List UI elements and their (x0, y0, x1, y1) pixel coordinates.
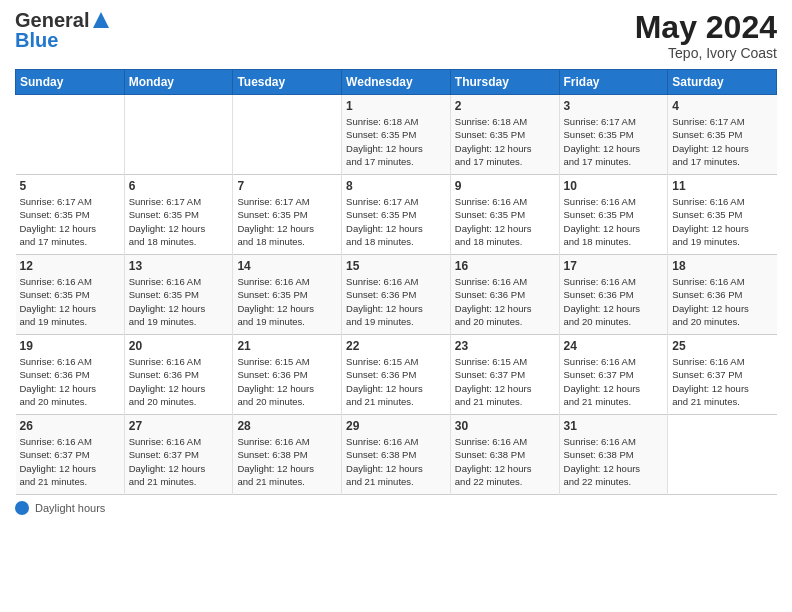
col-friday: Friday (559, 70, 668, 95)
day-number: 26 (20, 419, 120, 433)
calendar-cell: 6Sunrise: 6:17 AM Sunset: 6:35 PM Daylig… (124, 175, 233, 255)
calendar-cell: 5Sunrise: 6:17 AM Sunset: 6:35 PM Daylig… (16, 175, 125, 255)
day-info: Sunrise: 6:15 AM Sunset: 6:36 PM Dayligh… (346, 355, 446, 408)
day-info: Sunrise: 6:16 AM Sunset: 6:35 PM Dayligh… (129, 275, 229, 328)
day-info: Sunrise: 6:16 AM Sunset: 6:36 PM Dayligh… (20, 355, 120, 408)
day-info: Sunrise: 6:15 AM Sunset: 6:36 PM Dayligh… (237, 355, 337, 408)
calendar-cell (668, 415, 777, 495)
week-row-4: 19Sunrise: 6:16 AM Sunset: 6:36 PM Dayli… (16, 335, 777, 415)
day-number: 2 (455, 99, 555, 113)
day-number: 25 (672, 339, 772, 353)
day-number: 31 (564, 419, 664, 433)
day-info: Sunrise: 6:17 AM Sunset: 6:35 PM Dayligh… (672, 115, 772, 168)
day-info: Sunrise: 6:16 AM Sunset: 6:36 PM Dayligh… (672, 275, 772, 328)
calendar-cell: 1Sunrise: 6:18 AM Sunset: 6:35 PM Daylig… (342, 95, 451, 175)
calendar-cell: 14Sunrise: 6:16 AM Sunset: 6:35 PM Dayli… (233, 255, 342, 335)
day-number: 30 (455, 419, 555, 433)
logo-area: General Blue (15, 10, 111, 51)
col-monday: Monday (124, 70, 233, 95)
logo-icon (91, 10, 111, 30)
day-info: Sunrise: 6:16 AM Sunset: 6:35 PM Dayligh… (564, 195, 664, 248)
calendar-cell: 2Sunrise: 6:18 AM Sunset: 6:35 PM Daylig… (450, 95, 559, 175)
day-info: Sunrise: 6:15 AM Sunset: 6:37 PM Dayligh… (455, 355, 555, 408)
calendar-cell: 31Sunrise: 6:16 AM Sunset: 6:38 PM Dayli… (559, 415, 668, 495)
day-info: Sunrise: 6:16 AM Sunset: 6:35 PM Dayligh… (20, 275, 120, 328)
calendar-cell: 30Sunrise: 6:16 AM Sunset: 6:38 PM Dayli… (450, 415, 559, 495)
day-info: Sunrise: 6:16 AM Sunset: 6:37 PM Dayligh… (129, 435, 229, 488)
calendar-cell: 13Sunrise: 6:16 AM Sunset: 6:35 PM Dayli… (124, 255, 233, 335)
logo-blue-row: Blue (15, 30, 111, 51)
day-number: 10 (564, 179, 664, 193)
location-subtitle: Tepo, Ivory Coast (635, 45, 777, 61)
day-info: Sunrise: 6:16 AM Sunset: 6:38 PM Dayligh… (346, 435, 446, 488)
calendar-cell: 15Sunrise: 6:16 AM Sunset: 6:36 PM Dayli… (342, 255, 451, 335)
day-info: Sunrise: 6:16 AM Sunset: 6:36 PM Dayligh… (346, 275, 446, 328)
day-number: 23 (455, 339, 555, 353)
day-number: 28 (237, 419, 337, 433)
header: General Blue May 2024 Tepo, Ivory Coast (15, 10, 777, 61)
day-info: Sunrise: 6:17 AM Sunset: 6:35 PM Dayligh… (564, 115, 664, 168)
day-number: 20 (129, 339, 229, 353)
day-info: Sunrise: 6:17 AM Sunset: 6:35 PM Dayligh… (129, 195, 229, 248)
title-area: May 2024 Tepo, Ivory Coast (635, 10, 777, 61)
calendar-cell: 24Sunrise: 6:16 AM Sunset: 6:37 PM Dayli… (559, 335, 668, 415)
calendar-cell (233, 95, 342, 175)
day-number: 21 (237, 339, 337, 353)
calendar-cell: 8Sunrise: 6:17 AM Sunset: 6:35 PM Daylig… (342, 175, 451, 255)
day-number: 5 (20, 179, 120, 193)
calendar-cell: 3Sunrise: 6:17 AM Sunset: 6:35 PM Daylig… (559, 95, 668, 175)
header-row: Sunday Monday Tuesday Wednesday Thursday… (16, 70, 777, 95)
calendar-cell: 26Sunrise: 6:16 AM Sunset: 6:37 PM Dayli… (16, 415, 125, 495)
logo-row: General (15, 10, 111, 30)
calendar-cell: 18Sunrise: 6:16 AM Sunset: 6:36 PM Dayli… (668, 255, 777, 335)
day-number: 13 (129, 259, 229, 273)
calendar-cell: 4Sunrise: 6:17 AM Sunset: 6:35 PM Daylig… (668, 95, 777, 175)
day-number: 29 (346, 419, 446, 433)
week-row-5: 26Sunrise: 6:16 AM Sunset: 6:37 PM Dayli… (16, 415, 777, 495)
day-info: Sunrise: 6:17 AM Sunset: 6:35 PM Dayligh… (346, 195, 446, 248)
day-info: Sunrise: 6:16 AM Sunset: 6:36 PM Dayligh… (455, 275, 555, 328)
day-number: 7 (237, 179, 337, 193)
day-number: 16 (455, 259, 555, 273)
month-year-title: May 2024 (635, 10, 777, 45)
day-info: Sunrise: 6:17 AM Sunset: 6:35 PM Dayligh… (20, 195, 120, 248)
day-info: Sunrise: 6:16 AM Sunset: 6:38 PM Dayligh… (237, 435, 337, 488)
calendar-cell: 7Sunrise: 6:17 AM Sunset: 6:35 PM Daylig… (233, 175, 342, 255)
col-tuesday: Tuesday (233, 70, 342, 95)
svg-marker-0 (93, 12, 109, 28)
day-number: 1 (346, 99, 446, 113)
calendar-cell: 16Sunrise: 6:16 AM Sunset: 6:36 PM Dayli… (450, 255, 559, 335)
calendar-cell: 27Sunrise: 6:16 AM Sunset: 6:37 PM Dayli… (124, 415, 233, 495)
calendar-cell: 17Sunrise: 6:16 AM Sunset: 6:36 PM Dayli… (559, 255, 668, 335)
week-row-2: 5Sunrise: 6:17 AM Sunset: 6:35 PM Daylig… (16, 175, 777, 255)
footer-dot-icon (15, 501, 29, 515)
calendar-cell: 21Sunrise: 6:15 AM Sunset: 6:36 PM Dayli… (233, 335, 342, 415)
day-info: Sunrise: 6:16 AM Sunset: 6:38 PM Dayligh… (564, 435, 664, 488)
calendar-cell: 12Sunrise: 6:16 AM Sunset: 6:35 PM Dayli… (16, 255, 125, 335)
day-number: 6 (129, 179, 229, 193)
day-info: Sunrise: 6:16 AM Sunset: 6:37 PM Dayligh… (20, 435, 120, 488)
daylight-label: Daylight hours (35, 502, 105, 514)
day-number: 14 (237, 259, 337, 273)
calendar-cell (124, 95, 233, 175)
day-info: Sunrise: 6:16 AM Sunset: 6:35 PM Dayligh… (672, 195, 772, 248)
logo-general-text: General (15, 10, 89, 30)
day-info: Sunrise: 6:18 AM Sunset: 6:35 PM Dayligh… (455, 115, 555, 168)
calendar-table: Sunday Monday Tuesday Wednesday Thursday… (15, 69, 777, 495)
calendar-cell: 29Sunrise: 6:16 AM Sunset: 6:38 PM Dayli… (342, 415, 451, 495)
day-number: 22 (346, 339, 446, 353)
day-number: 3 (564, 99, 664, 113)
day-info: Sunrise: 6:18 AM Sunset: 6:35 PM Dayligh… (346, 115, 446, 168)
col-wednesday: Wednesday (342, 70, 451, 95)
calendar-cell: 10Sunrise: 6:16 AM Sunset: 6:35 PM Dayli… (559, 175, 668, 255)
day-info: Sunrise: 6:16 AM Sunset: 6:37 PM Dayligh… (564, 355, 664, 408)
footer: Daylight hours (15, 501, 777, 515)
logo-blue-text: Blue (15, 29, 58, 51)
day-info: Sunrise: 6:17 AM Sunset: 6:35 PM Dayligh… (237, 195, 337, 248)
day-number: 17 (564, 259, 664, 273)
day-number: 19 (20, 339, 120, 353)
day-number: 9 (455, 179, 555, 193)
calendar-cell: 9Sunrise: 6:16 AM Sunset: 6:35 PM Daylig… (450, 175, 559, 255)
page: General Blue May 2024 Tepo, Ivory Coast … (0, 0, 792, 612)
day-number: 4 (672, 99, 772, 113)
